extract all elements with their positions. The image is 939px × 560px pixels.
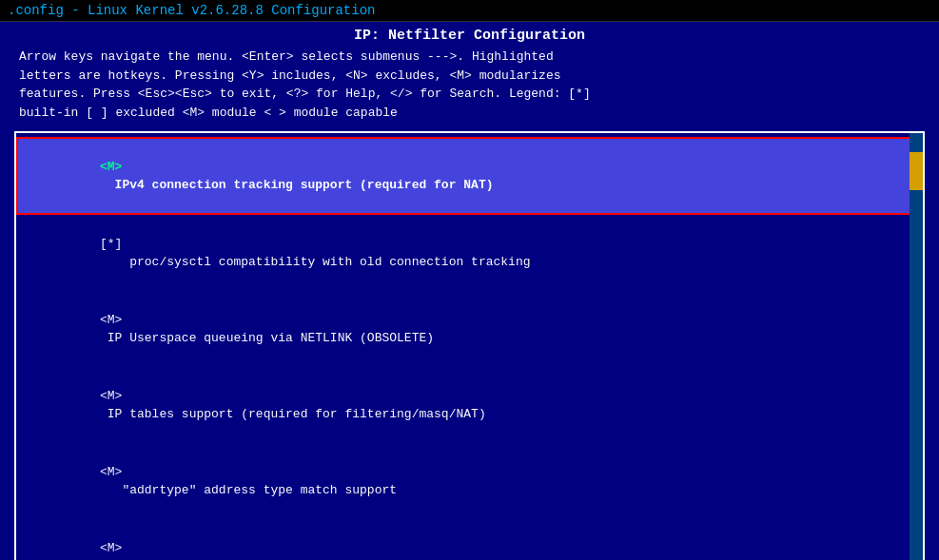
- item-prefix-3: <M>: [100, 389, 122, 403]
- item-label-2: IP Userspace queueing via NETLINK (OBSOL…: [100, 331, 434, 345]
- help-line-4: built-in [ ] excluded <M> module < > mod…: [19, 104, 920, 123]
- item-prefix-2: <M>: [100, 313, 122, 327]
- menu-item-ip-tables[interactable]: <M> IP tables support (required for filt…: [16, 367, 923, 443]
- item-prefix-0: <M>: [100, 160, 122, 174]
- item-prefix-1: [*]: [100, 237, 122, 251]
- header-title: IP: Netfilter Configuration: [10, 28, 929, 44]
- app: .config - Linux Kernel v2.6.28.8 Configu…: [0, 0, 939, 560]
- item-label-0: IPv4 connection tracking support (requir…: [100, 178, 493, 192]
- item-prefix-4: <M>: [100, 465, 122, 479]
- item-label-1: proc/sysctl compatibility with old conne…: [100, 255, 530, 269]
- header: IP: Netfilter Configuration Arrow keys n…: [0, 22, 939, 124]
- item-prefix-5: <M>: [100, 541, 122, 555]
- scroll-thumb[interactable]: [910, 152, 923, 190]
- title-bar: .config - Linux Kernel v2.6.28.8 Configu…: [0, 0, 939, 22]
- main-area: IP: Netfilter Configuration Arrow keys n…: [0, 22, 939, 560]
- menu-item-ah[interactable]: <M> "ah" match support: [16, 519, 923, 560]
- header-help: Arrow keys navigate the menu. <Enter> se…: [10, 48, 929, 122]
- scrollbar[interactable]: [910, 133, 923, 560]
- help-line-1: Arrow keys navigate the menu. <Enter> se…: [19, 48, 920, 67]
- item-label-3: IP tables support (required for filterin…: [100, 407, 486, 421]
- menu-item-ipv4-tracking[interactable]: <M> IPv4 connection tracking support (re…: [16, 137, 923, 215]
- menu-list: <M> IPv4 connection tracking support (re…: [16, 133, 923, 560]
- help-line-2: letters are hotkeys. Pressing <Y> includ…: [19, 67, 920, 86]
- item-label-4: "addrtype" address type match support: [100, 483, 397, 497]
- menu-item-ip-userspace[interactable]: <M> IP Userspace queueing via NETLINK (O…: [16, 291, 923, 367]
- help-line-3: features. Press <Esc><Esc> to exit, <?> …: [19, 85, 920, 104]
- menu-item-addrtype[interactable]: <M> "addrtype" address type match suppor…: [16, 443, 923, 519]
- title-text: .config - Linux Kernel v2.6.28.8 Configu…: [8, 3, 375, 18]
- menu-box: <M> IPv4 connection tracking support (re…: [14, 131, 925, 560]
- menu-item-proc-sysctl[interactable]: [*] proc/sysctl compatibility with old c…: [16, 215, 923, 291]
